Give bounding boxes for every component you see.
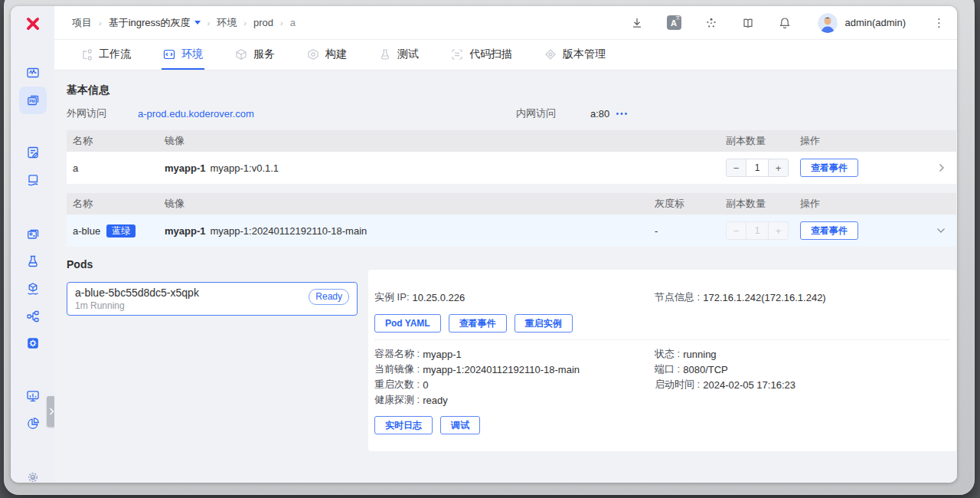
breadcrumb-separator: ›: [99, 18, 102, 28]
tab-version-management[interactable]: 版本管理: [543, 40, 607, 70]
health-probe-row: 健康探测 : ready: [374, 393, 448, 407]
sidebar-item-delivery[interactable]: [19, 166, 47, 194]
pods-title: Pods: [67, 258, 93, 270]
sidebar-item-resources[interactable]: [19, 303, 47, 330]
restart-instance-button[interactable]: 重启实例: [514, 314, 573, 333]
projects-icon: PM: [26, 93, 40, 107]
collapse-icon: [49, 408, 54, 415]
docs-button[interactable]: [741, 16, 755, 30]
kebab-icon[interactable]: ⋮: [933, 17, 945, 28]
service-table-row: a myapp-1myapp-1:v0.1.1 −1+ 查看事件: [67, 152, 956, 184]
breadcrumb-separator: ›: [243, 18, 247, 28]
template-icon: [26, 227, 40, 241]
port-row: 端口 : 8080/TCP: [655, 362, 728, 376]
data-icon: [26, 417, 40, 431]
replica-increase-button[interactable]: +: [769, 159, 788, 176]
notifications-button[interactable]: [778, 16, 792, 30]
view-events-button[interactable]: 查看事件: [800, 221, 858, 240]
sidebar-item-monitor[interactable]: [19, 59, 47, 87]
username[interactable]: admin(admin): [845, 17, 906, 28]
test-icon: [379, 48, 391, 61]
replica-increase-button: +: [769, 222, 788, 239]
sidebar-item-template[interactable]: [19, 220, 47, 247]
breadcrumb-environments[interactable]: 环境: [217, 16, 237, 30]
replica-stepper-disabled: −1+: [726, 221, 789, 240]
project-tabbar: 工作流 环境 服务 构建 测试 代码扫描 版本管理: [54, 40, 957, 70]
container-name-row: 容器名称 : myapp-1: [374, 347, 462, 361]
more-dots-icon[interactable]: [616, 112, 628, 116]
language-toggle[interactable]: A 文: [667, 15, 681, 30]
sidebar-item-artifact[interactable]: [19, 275, 47, 303]
sidebar-item-system[interactable]: [19, 329, 47, 357]
tab-environments[interactable]: 环境: [162, 40, 204, 70]
tab-builds[interactable]: 构建: [305, 40, 348, 70]
restart-count-row: 重启次数 : 0: [374, 378, 428, 392]
delivery-icon: [26, 173, 40, 187]
settings-icon: [26, 470, 40, 483]
blue-green-table: 名称 镜像 灰度标 副本数量 操作 a-blue 蓝绿 myapp-1myapp…: [67, 193, 956, 247]
tab-tests[interactable]: 测试: [377, 40, 420, 70]
tab-workflows[interactable]: 工作流: [79, 40, 132, 70]
plugins-button[interactable]: [704, 16, 718, 30]
divider: [374, 339, 950, 340]
breadcrumb-separator: ›: [207, 18, 211, 28]
top-header: 项目 › 基于ingress的灰度 › 环境 › prod › a A 文: [54, 6, 957, 40]
environment-icon: [163, 48, 175, 61]
app-window: PM: [11, 6, 957, 483]
node-info-row: 节点信息 : 172.16.1.242(172.16.1.242): [655, 290, 826, 304]
service-name: a-blue 蓝绿: [73, 224, 165, 238]
expand-row-button[interactable]: [938, 163, 946, 172]
plugins-icon: [705, 17, 717, 29]
sidebar-item-data[interactable]: [19, 410, 47, 437]
replica-count-input: 1: [746, 222, 769, 239]
workflow-icon: [80, 48, 93, 61]
external-access-link[interactable]: a-prod.edu.koderover.com: [138, 108, 254, 120]
blue-green-table-header: 名称 镜像 灰度标 副本数量 操作: [67, 193, 956, 215]
sidebar-item-insight[interactable]: [19, 382, 47, 410]
pod-action-buttons: Pod YAML 查看事件 重启实例: [374, 314, 573, 333]
view-events-button[interactable]: 查看事件: [449, 314, 507, 333]
replica-count-input[interactable]: 1: [746, 159, 769, 176]
service-image: myapp-1myapp-1:20240112192110-18-main: [165, 225, 655, 237]
chevron-right-icon: [938, 163, 946, 172]
node-info-value: 172.16.1.242(172.16.1.242): [703, 292, 825, 303]
pod-yaml-button[interactable]: Pod YAML: [374, 314, 441, 333]
service-name: a: [73, 162, 165, 174]
internal-access-row: 内网访问 a:80: [516, 106, 628, 121]
sidebar-item-release[interactable]: [19, 139, 47, 166]
service-image: myapp-1myapp-1:v0.1.1: [165, 162, 726, 174]
main-content: 基本信息 外网访问 a-prod.edu.koderover.com 内网访问 …: [54, 70, 957, 483]
breadcrumb: 项目 › 基于ingress的灰度 › 环境 › prod › a: [72, 16, 296, 30]
tab-services[interactable]: 服务: [234, 40, 276, 70]
sidebar-item-settings[interactable]: [19, 464, 47, 483]
breadcrumb-projects[interactable]: 项目: [72, 16, 92, 30]
view-events-button[interactable]: 查看事件: [800, 159, 858, 177]
service-table-header: 名称 镜像 副本数量 操作: [67, 130, 956, 152]
system-icon: [26, 336, 40, 350]
breadcrumb-separator: ›: [280, 18, 283, 28]
pod-card[interactable]: a-blue-5bc55d8dc5-x5qpk 1m Running Ready: [67, 282, 358, 316]
replica-decrease-button[interactable]: −: [727, 159, 746, 176]
debug-button[interactable]: 调试: [440, 416, 480, 434]
resource-icon: [26, 310, 40, 323]
download-button[interactable]: [630, 16, 644, 30]
monitor-icon: [26, 66, 40, 80]
caret-down-icon: [194, 21, 201, 25]
avatar[interactable]: [818, 13, 838, 33]
gray-tag-value: -: [655, 225, 726, 237]
pod-name: a-blue-5bc55d8dc5-x5qpk: [75, 287, 349, 299]
collapse-row-button[interactable]: [936, 227, 946, 234]
sidebar-item-test-lab[interactable]: [19, 247, 47, 275]
internal-access-label: 内网访问: [516, 106, 590, 120]
build-icon: [307, 48, 319, 61]
tab-code-scan[interactable]: 代码扫描: [449, 40, 514, 70]
sidebar-item-projects[interactable]: PM: [19, 87, 47, 114]
breadcrumb-project-dropdown[interactable]: 基于ingress的灰度: [109, 16, 201, 30]
download-icon: [631, 17, 643, 29]
breadcrumb-env-prod[interactable]: prod: [253, 17, 273, 28]
bell-icon: [779, 17, 791, 29]
pod-meta: 1m Running: [75, 300, 349, 311]
realtime-logs-button[interactable]: 实时日志: [374, 416, 433, 434]
svg-text:PM: PM: [29, 99, 35, 103]
version-icon: [544, 48, 557, 61]
